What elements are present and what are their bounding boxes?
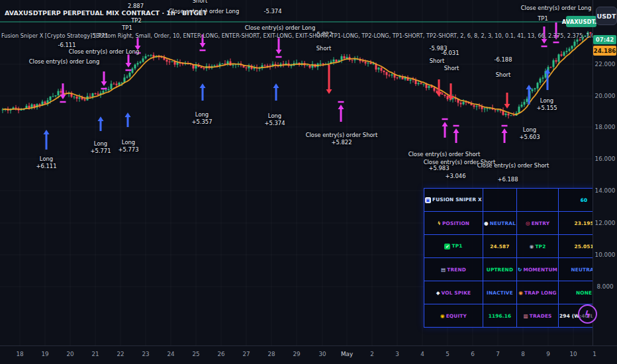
panel-cell-icon: ◎: [526, 220, 530, 226]
time-tick-label: 24: [167, 351, 174, 357]
panel-cell: INACTIVE: [483, 281, 516, 304]
time-tick-label: 8: [521, 351, 525, 357]
time-tick-label: 28: [267, 351, 275, 357]
panel-cell-text: 60: [581, 197, 588, 203]
price-tick-label: 20.000: [593, 93, 617, 99]
trade-label: +5.983: [429, 165, 450, 172]
panel-cell-icon: ◉: [518, 290, 523, 296]
panel-cell-text: EQUITY: [446, 313, 467, 319]
panel-cell-text: FUSION SNIPER X: [432, 197, 482, 203]
panel-cell-text: 24.587: [490, 244, 509, 250]
panel-cell-text: UPTREND: [487, 267, 513, 273]
time-axis[interactable]: 18192021222324252627282930May23456789101: [0, 345, 617, 364]
time-tick-label: 22: [117, 351, 124, 357]
time-tick-label: 27: [242, 351, 250, 357]
panel-cell: 1196.16: [483, 304, 516, 328]
trade-label: Close entry(s) order Long: [245, 24, 315, 32]
panel-cell: [517, 189, 559, 212]
panel-cell: ◉TRAP LONG: [517, 281, 559, 304]
time-tick-label: 7: [496, 351, 500, 357]
panel-cell-icon: ✔: [444, 244, 450, 250]
price-tick-label: 10.000: [593, 251, 617, 258]
trade-label: Close entry(s) order Long: [29, 58, 99, 66]
price-tick-label: 22.000: [593, 61, 617, 68]
panel-cell-icon: ◆: [436, 290, 440, 296]
trade-label: +3.046: [446, 173, 466, 180]
panel-row: ▤TRENDUPTREND↻MOMENTUMNEUTRALCCI: 103.83: [424, 258, 617, 281]
panel-cell: [483, 189, 516, 212]
panel-cell: ▥TRADES: [517, 304, 559, 328]
trade-label: -5.374: [264, 8, 282, 15]
trade-label: Long +5.773: [119, 139, 139, 153]
panel-cell-text: 23.195: [574, 220, 593, 226]
time-tick-label: 18: [16, 351, 23, 357]
trade-label: Close entry(s) order Long: [69, 48, 139, 56]
panel-cell: ◎ENTRY: [517, 212, 559, 235]
trade-label: Long +6.111: [36, 156, 57, 169]
time-tick-label: 3: [395, 351, 399, 357]
panel-cell-icon: ϟ: [438, 220, 441, 226]
time-tick-label: 6: [471, 351, 475, 357]
strategy-legend[interactable]: Fusion Sniper X [Crypto Strategy] (Botto…: [1, 32, 604, 39]
time-tick-label: 4: [420, 351, 424, 357]
panel-row: ✔TP124.587◉TP225.051P/L: N/A: [424, 235, 617, 258]
panel-cell: ◉EQUITY: [424, 304, 483, 328]
panel-cell-text: MOMENTUM: [523, 267, 557, 273]
time-tick-label: 19: [41, 351, 48, 357]
panel-cell-icon: ◉: [440, 313, 445, 319]
lightning-icon[interactable]: ϟ: [578, 304, 597, 324]
trade-label: TP2: [131, 17, 142, 24]
time-tick-label: 23: [142, 351, 149, 357]
time-tick-label: May: [341, 351, 353, 357]
price-tick-label: 12.000: [593, 220, 617, 226]
symbol-badge[interactable]: AVAXUSDT.P: [566, 16, 596, 27]
price-tick-label: 16.000: [593, 156, 617, 162]
bar-countdown-label: 07:42: [593, 35, 616, 44]
symbol-title[interactable]: AVAXUSDTPERP PERPETUAL MIX CONTRACT · 1h…: [5, 9, 207, 17]
panel-cell-text: TRADES: [530, 313, 552, 319]
panel-cell: ●NEUTRAL: [483, 212, 516, 235]
time-tick-label: 1: [593, 351, 596, 357]
panel-cell: ↻MOMENTUM: [517, 258, 559, 281]
panel-cell-text: TRAP LONG: [524, 290, 557, 296]
trade-label: Close entry(s) order Short: [408, 151, 481, 158]
panel-cell-icon: ↻: [518, 267, 522, 273]
panel-cell: 24.587: [483, 235, 516, 258]
price-tick-label: 14.000: [593, 187, 617, 194]
panel-row: ▣FUSION SNIPER X60AVAXUSDT.P: [424, 189, 617, 212]
panel-cell-text: 1196.16: [489, 313, 512, 319]
currency-toggle-button[interactable]: USDT: [596, 7, 617, 25]
trade-label: Long +5.374: [265, 113, 285, 126]
trade-label: +6.188: [498, 176, 518, 183]
panel-cell-text: TREND: [447, 267, 466, 273]
panel-cell-text: POSITION: [442, 220, 469, 226]
time-tick-label: 20: [66, 351, 73, 357]
panel-cell-text: VOL SPIKE: [442, 290, 471, 296]
time-tick-label: 9: [546, 351, 550, 357]
trade-label: -6.188: [495, 56, 512, 64]
time-tick-label: 30: [318, 351, 326, 357]
trade-label: Short: [193, 0, 207, 5]
panel-cell-text: INACTIVE: [487, 290, 513, 296]
trade-label: Close entry(s) order Short: [477, 162, 549, 169]
time-tick-label: 10: [569, 351, 577, 357]
time-tick-label: 25: [192, 351, 199, 357]
trade-label: Short: [496, 71, 510, 79]
panel-cell-icon: ▣: [425, 197, 431, 203]
panel-cell: ◉TP2: [517, 235, 559, 258]
price-tick-label: 8.000: [593, 283, 617, 290]
panel-cell: ϟPOSITION: [424, 212, 483, 235]
time-tick-label: 2: [370, 351, 374, 357]
trade-label: Short: [430, 58, 444, 65]
panel-cell: ▤TREND: [424, 258, 483, 281]
trade-label: Short: [316, 45, 331, 52]
panel-cell-text: TP1: [451, 243, 462, 249]
panel-cell-icon: ●: [484, 220, 489, 226]
trade-label: -6.031: [442, 50, 459, 57]
panel-cell: ✔TP1: [424, 235, 483, 258]
last-price-label: 24.186: [593, 46, 616, 56]
trading-chart-window: AVAXUSDTPERP PERPETUAL MIX CONTRACT · 1h…: [0, 0, 617, 364]
trade-label: Short: [444, 65, 459, 72]
panel-cell: ◆VOL SPIKE: [424, 281, 483, 304]
trade-label: TP1: [538, 15, 548, 23]
